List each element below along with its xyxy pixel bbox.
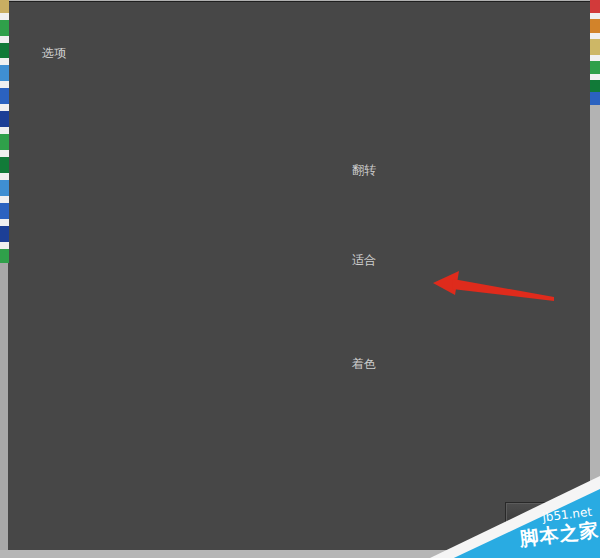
watermark: jb51.net 脚本之家 [430, 476, 600, 558]
background-left-edge [0, 263, 8, 558]
options-group-label: 选项 [38, 46, 70, 60]
flip-group-label: 翻转 [348, 163, 380, 177]
pattern-brush-options-screenshot: 图案画笔选项 选项 名称(N): 图案画笔 1 缩放(S): 固定 ▼ 100%… [0, 0, 600, 558]
background-pattern-stripes-left [0, 0, 9, 263]
colorize-group-label: 着色 [348, 357, 380, 371]
annotation-arrow-icon [432, 266, 556, 306]
fit-group-label: 适合 [348, 253, 380, 267]
watermark-site-name: 脚本之家 [518, 517, 600, 553]
